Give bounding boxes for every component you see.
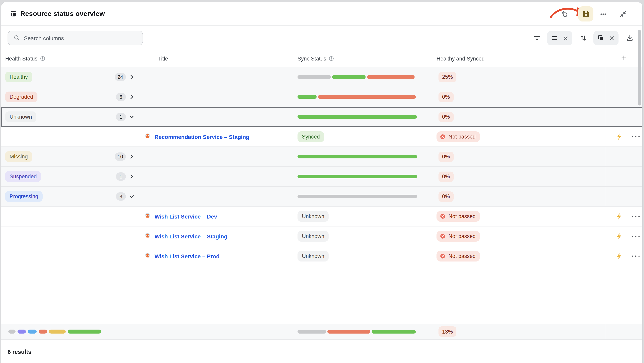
- row-actions-icon[interactable]: [630, 231, 641, 241]
- failed-icon: [440, 213, 446, 219]
- results-count: 6 results: [8, 349, 31, 355]
- service-avatar-icon: [144, 133, 150, 140]
- group-count: 1: [116, 113, 126, 121]
- group-count: 1: [116, 172, 126, 181]
- sync-status-badge: Unknown: [298, 251, 329, 262]
- table-row-service: Wish List Service – Staging Unknown Not …: [1, 227, 642, 246]
- table-row-group-unknown[interactable]: Unknown 1 0%: [1, 107, 642, 127]
- scorecard-lightning-icon[interactable]: [614, 211, 624, 222]
- table-row-service: Wish List Service – Prod Unknown Not pas…: [1, 246, 642, 266]
- resource-status-widget: Resource status overview: [0, 0, 644, 363]
- healthy-synced-check: Not passed: [436, 251, 480, 262]
- service-link[interactable]: Wish List Service – Dev: [154, 213, 217, 220]
- service-link[interactable]: Wish List Service – Staging: [154, 233, 227, 239]
- healthy-synced-check: Not passed: [436, 211, 480, 222]
- list-view-icon[interactable]: [550, 33, 558, 43]
- sync-status-bar: [298, 95, 417, 99]
- row-actions-icon[interactable]: [630, 132, 641, 142]
- healthy-synced-percent: 0%: [438, 112, 454, 122]
- grouping-chip: [594, 31, 618, 45]
- group-count: 24: [115, 73, 126, 81]
- group-by-icon[interactable]: [597, 33, 605, 43]
- chevron-down-icon[interactable]: [129, 114, 134, 120]
- group-count: 6: [116, 93, 126, 101]
- table-row-group-healthy[interactable]: Healthy 24 25%: [1, 67, 642, 87]
- sync-status-bar: [298, 175, 417, 178]
- healthy-synced-check: Not passed: [436, 231, 480, 242]
- filter-icon[interactable]: [533, 26, 541, 50]
- scorecard-lightning-icon[interactable]: [614, 251, 624, 261]
- table-empty-area: [1, 266, 642, 324]
- save-button[interactable]: [578, 6, 594, 21]
- health-status-summary-pills: [5, 330, 101, 334]
- table-row-group-degraded[interactable]: Degraded 6 0%: [1, 87, 642, 107]
- widget-card: Resource status overview: [1, 1, 643, 363]
- health-status-badge: Healthy: [5, 72, 32, 82]
- clear-view-icon[interactable]: [562, 33, 569, 43]
- table-summary-row: 13%: [1, 324, 642, 340]
- chevron-right-icon[interactable]: [129, 174, 134, 180]
- healthy-synced-percent: 25%: [438, 72, 456, 82]
- collapse-icon[interactable]: [618, 9, 628, 19]
- sort-icon[interactable]: [580, 26, 587, 50]
- health-status-badge: Missing: [5, 151, 32, 162]
- add-column-icon[interactable]: [620, 54, 627, 62]
- failed-icon: [440, 134, 446, 140]
- service-avatar-icon: [144, 253, 150, 260]
- sync-status-badge: Synced: [298, 131, 324, 142]
- sync-status-bar: [298, 155, 417, 158]
- col-health-status[interactable]: Health Status: [5, 55, 38, 61]
- failed-icon: [440, 233, 446, 239]
- scorecard-lightning-icon[interactable]: [614, 231, 624, 241]
- sync-status-summary-bar: [298, 330, 417, 333]
- scorecard-lightning-icon[interactable]: [614, 132, 624, 142]
- table-footer: 6 results: [1, 340, 642, 363]
- sync-status-bar: [298, 115, 417, 119]
- col-healthy-and-synced[interactable]: Healthy and Synced: [436, 55, 485, 61]
- chevron-right-icon[interactable]: [129, 154, 134, 160]
- healthy-synced-check: Not passed: [436, 131, 480, 142]
- table-row-service: Wish List Service – Dev Unknown Not pass…: [1, 207, 642, 227]
- service-link[interactable]: Recommendation Service – Staging: [154, 134, 249, 140]
- health-status-badge: Progressing: [5, 191, 42, 202]
- search-columns-input[interactable]: [24, 35, 132, 41]
- table-header-row: Health Status Title Sync Status Healthy …: [1, 50, 642, 67]
- col-sync-status[interactable]: Sync Status: [298, 55, 326, 61]
- view-mode-chip: [547, 31, 572, 45]
- page-title: Resource status overview: [20, 10, 105, 18]
- healthy-synced-summary-percent: 13%: [438, 326, 456, 337]
- sync-status-bar: [298, 75, 417, 79]
- row-actions-icon[interactable]: [630, 211, 641, 222]
- service-avatar-icon: [144, 233, 150, 240]
- healthy-synced-percent: 0%: [438, 191, 454, 202]
- chevron-right-icon[interactable]: [129, 94, 134, 100]
- table-row-group-suspended[interactable]: Suspended 1 0%: [1, 167, 642, 187]
- table-row-group-progressing[interactable]: Progressing 3 0%: [1, 187, 642, 207]
- toolbar: [1, 26, 642, 50]
- sync-status-badge: Unknown: [298, 231, 329, 242]
- chevron-down-icon[interactable]: [129, 193, 134, 199]
- chevron-right-icon[interactable]: [129, 74, 134, 80]
- download-icon[interactable]: [626, 26, 634, 50]
- healthy-synced-percent: 0%: [438, 151, 454, 162]
- search-columns-box[interactable]: [8, 31, 143, 45]
- service-avatar-icon: [144, 213, 150, 220]
- undo-icon[interactable]: [559, 9, 570, 19]
- search-icon: [14, 35, 20, 41]
- row-actions-icon[interactable]: [630, 251, 641, 261]
- group-count: 10: [115, 152, 126, 161]
- table-row-group-missing[interactable]: Missing 10 0%: [1, 147, 642, 167]
- vertical-scrollbar[interactable]: [638, 30, 641, 105]
- col-title[interactable]: Title: [158, 55, 168, 61]
- table-icon: [10, 10, 16, 17]
- health-status-badge: Unknown: [5, 111, 36, 122]
- failed-icon: [440, 253, 446, 259]
- info-icon[interactable]: [328, 56, 334, 61]
- more-options-icon[interactable]: [598, 9, 608, 19]
- titlebar: Resource status overview: [1, 2, 642, 26]
- clear-group-icon[interactable]: [608, 33, 615, 43]
- sync-status-badge: Unknown: [298, 211, 329, 222]
- service-link[interactable]: Wish List Service – Prod: [154, 253, 220, 259]
- table-row-service: Recommendation Service – Staging Synced …: [1, 127, 642, 147]
- info-icon[interactable]: [40, 56, 46, 61]
